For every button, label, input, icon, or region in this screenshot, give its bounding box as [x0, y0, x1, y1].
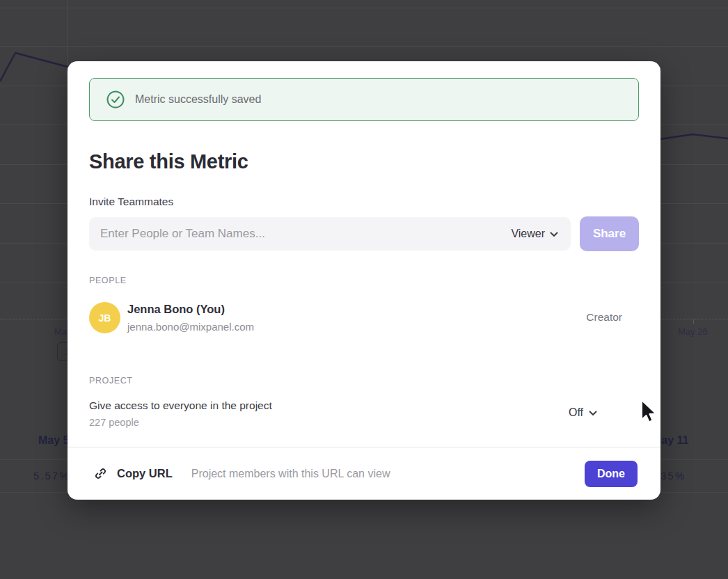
people-section-label: PEOPLE: [89, 276, 127, 285]
invite-people-input[interactable]: [100, 227, 511, 241]
modal-title: Share this Metric: [89, 150, 248, 173]
project-access-row: Give access to everyone in the project 2…: [89, 399, 639, 428]
success-check-icon: [106, 90, 125, 109]
project-section-label: PROJECT: [89, 376, 133, 386]
table-date-left: May 5: [38, 434, 69, 447]
person-role-label: Creator: [586, 311, 622, 324]
avatar: JB: [89, 302, 120, 333]
project-access-dropdown[interactable]: Off: [569, 406, 597, 419]
chevron-down-icon: [550, 228, 558, 240]
person-name: Jenna Bono (You): [127, 303, 254, 316]
project-access-title: Give access to everyone in the project: [89, 399, 639, 412]
done-button[interactable]: Done: [585, 461, 638, 487]
person-email: jenna.bono@mixpanel.com: [127, 321, 254, 333]
url-permission-hint: Project members with this URL can view: [191, 468, 390, 480]
project-access-value: Off: [569, 406, 583, 419]
success-banner-message: Metric successfully saved: [135, 93, 261, 106]
table-value-left: 5.57%: [33, 470, 70, 482]
share-metric-modal: Metric successfully saved Share this Met…: [68, 61, 660, 500]
share-button[interactable]: Share: [580, 216, 639, 251]
person-row: JB Jenna Bono (You) jenna.bono@mixpanel.…: [89, 302, 639, 333]
link-icon: [94, 467, 107, 480]
invite-input-container: Viewer: [89, 217, 571, 251]
invite-input-row: Viewer Share: [89, 217, 639, 251]
invite-teammates-label: Invite Teammates: [89, 196, 173, 208]
project-people-count: 227 people: [89, 417, 639, 428]
modal-footer: Copy URL Project members with this URL c…: [68, 447, 660, 500]
role-dropdown[interactable]: Viewer: [511, 228, 558, 240]
chevron-down-icon: [589, 406, 597, 419]
copy-url-button[interactable]: Copy URL: [94, 467, 173, 480]
x-tick-label-right: May 26: [678, 326, 708, 337]
person-info: Jenna Bono (You) jenna.bono@mixpanel.com: [127, 303, 254, 333]
success-banner: Metric successfully saved: [89, 78, 639, 121]
role-dropdown-value: Viewer: [511, 228, 545, 240]
table-value-right: 35%: [660, 470, 686, 482]
copy-url-label: Copy URL: [117, 467, 173, 480]
